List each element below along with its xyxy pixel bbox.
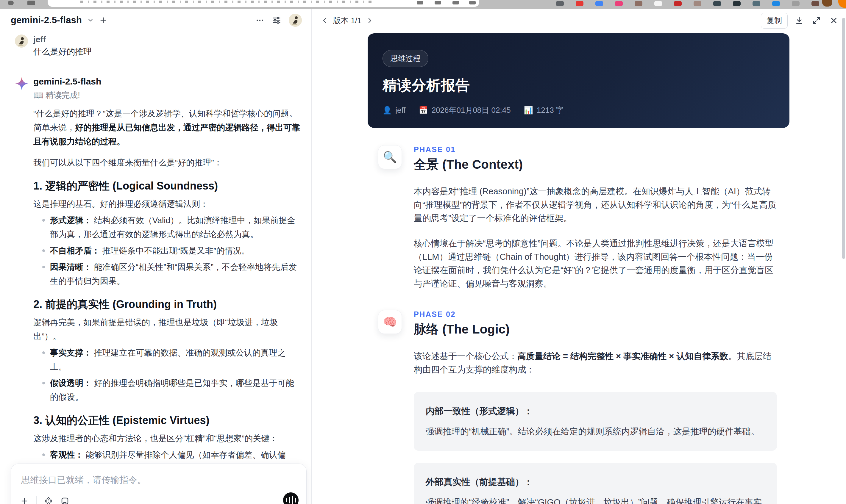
model-selector[interactable]: gemini-2.5-flash bbox=[11, 15, 82, 25]
list-item: 形式逻辑： 结构必须有效（Valid）。比如演绎推理中，如果前提全部为真，那么通… bbox=[33, 213, 301, 241]
section-heading: 1. 逻辑的严密性 (Logical Soundness) bbox=[33, 179, 301, 193]
phase-section: 🔍 PHASE 01 全景 (The Context) 本内容是对“推理 (Re… bbox=[378, 145, 777, 290]
bar-chart-icon: 📊 bbox=[524, 106, 533, 114]
fullscreen-icon[interactable] bbox=[811, 15, 822, 26]
dimension-card: 外部真实性（前提基础）： 强调推理的“经验校准”。解决“GIGO（垃圾进，垃圾出… bbox=[414, 463, 777, 504]
calendar-icon: 📅 bbox=[419, 106, 428, 114]
list-item: 因果清晰： 能准确区分“相关性”和“因果关系”，不会轻率地将先后发生的事情归为因… bbox=[33, 260, 301, 288]
attach-plus-button[interactable] bbox=[20, 497, 29, 504]
extension-icon[interactable] bbox=[693, 1, 701, 6]
book-icon: 📖 bbox=[33, 91, 43, 100]
assistant-name: gemini-2.5-flash bbox=[33, 76, 301, 88]
translate-icon[interactable] bbox=[435, 1, 441, 4]
url-bar[interactable] bbox=[48, 0, 479, 7]
side-panel-icon[interactable] bbox=[469, 1, 476, 4]
section-heading: 2. 前提的真实性 (Grounding in Truth) bbox=[33, 298, 301, 311]
artifact-panel: 版本 1/1 复制 bbox=[312, 9, 846, 504]
extension-icon[interactable] bbox=[733, 1, 741, 6]
input-toolbar bbox=[20, 496, 69, 504]
message-text: 什么是好的推理 bbox=[33, 45, 301, 58]
extension-icon[interactable] bbox=[576, 1, 583, 6]
phase-title: 脉络 (The Logic) bbox=[414, 321, 777, 338]
card-title: 外部真实性（前提基础）： bbox=[426, 475, 765, 488]
reading-mode-icon[interactable] bbox=[417, 1, 423, 4]
chat-panel: gemini-2.5-flash bbox=[0, 9, 312, 504]
close-icon[interactable] bbox=[828, 15, 840, 26]
browser-profile-avatar[interactable] bbox=[822, 0, 832, 6]
extension-icon[interactable] bbox=[811, 1, 819, 6]
extension-icon[interactable] bbox=[674, 1, 682, 6]
phase-title: 全景 (The Context) bbox=[414, 156, 777, 173]
user-message: jeff 什么是好的推理 bbox=[11, 34, 301, 58]
extensions-row bbox=[556, 1, 819, 6]
report-hero-card: 思维过程 精读分析报告 👤 jeff 📅 2026年01月08日 02:45 📊… bbox=[368, 33, 790, 128]
brain-icon: 🧠 bbox=[378, 310, 402, 334]
card-text: 强调推理的“经验校准”。解决“GIGO（垃圾进，垃圾出）”问题，确保推理引擎运行… bbox=[426, 496, 765, 504]
paragraph: 该论述基于一个核心公式：高质量结论 = 结构完整性 × 事实准确性 × 认知自律… bbox=[414, 349, 777, 376]
intro-paragraph: “什么是好的推理？”这是一个涉及逻辑学、认知科学和哲学核心的问题。简单来说，好的… bbox=[33, 107, 301, 148]
message-list[interactable]: jeff 什么是好的推理 gemini-2.5-flash bbox=[0, 32, 311, 504]
download-icon[interactable] bbox=[794, 15, 805, 26]
dimension-card: 内部一致性（形式逻辑）： 强调推理的“机械正确”。结论必须在给定的规则系统内逻辑… bbox=[414, 392, 777, 451]
bullet-list: 形式逻辑： 结构必须有效（Valid）。比如演绎推理中，如果前提全部为真，那么通… bbox=[33, 213, 301, 288]
user-avatar bbox=[15, 35, 28, 48]
next-version-button[interactable] bbox=[366, 17, 373, 24]
section-desc: 这是推理的基石。好的推理必须遵循逻辑法则： bbox=[33, 197, 301, 211]
gemini-logo-icon bbox=[15, 77, 29, 90]
extension-icon[interactable] bbox=[635, 1, 642, 6]
bullet-list: 事实支撑： 推理建立在可靠的数据、准确的观测或公认的真理之上。 假设透明： 好的… bbox=[33, 346, 301, 404]
bookmark-star-icon[interactable] bbox=[453, 1, 459, 4]
assistant-message: gemini-2.5-flash 📖 精读完成! “什么是好的推理？”这是一个涉… bbox=[11, 76, 301, 504]
url-text-cropped bbox=[81, 1, 372, 3]
artifact-toolbar: 版本 1/1 复制 bbox=[312, 9, 846, 32]
extension-icon[interactable] bbox=[713, 1, 721, 6]
phase-section: 🧠 PHASE 02 脉络 (The Logic) 该论述基于一个核心公式：高质… bbox=[378, 310, 777, 504]
list-item: 事实支撑： 推理建立在可靠的数据、准确的观测或公认的真理之上。 bbox=[33, 346, 301, 374]
section-desc: 逻辑再完美，如果前提是错误的，推理也是垃圾（即“垃圾进，垃圾出”）。 bbox=[33, 316, 301, 343]
report-title: 精读分析报告 bbox=[383, 76, 775, 95]
canvas-frame-icon[interactable] bbox=[60, 497, 69, 504]
reload-icon[interactable] bbox=[8, 1, 14, 5]
chat-input-box[interactable]: 思维接口已就绪，请传输指令。 bbox=[11, 464, 306, 504]
phase-label: PHASE 01 bbox=[414, 145, 777, 154]
more-options-icon[interactable] bbox=[255, 16, 264, 25]
browser-corner-icon[interactable] bbox=[838, 0, 846, 8]
apps-grid-icon[interactable] bbox=[28, 1, 35, 5]
extension-icon[interactable] bbox=[772, 1, 780, 6]
browser-bar bbox=[0, 0, 846, 9]
version-label: 版本 1/1 bbox=[333, 16, 362, 26]
screen: gemini-2.5-flash bbox=[0, 0, 846, 504]
report-author: 👤 jeff bbox=[383, 106, 405, 115]
assistant-status: 📖 精读完成! bbox=[33, 89, 301, 101]
card-title: 内部一致性（形式逻辑）： bbox=[426, 404, 765, 418]
input-placeholder: 思维接口已就绪，请传输指令。 bbox=[21, 474, 296, 486]
report-meta: 👤 jeff 📅 2026年01月08日 02:45 📊 1213 字 bbox=[383, 105, 775, 115]
paragraph: 本内容是对“推理 (Reasoning)”这一抽象概念的高层建模。在知识爆炸与人… bbox=[414, 185, 777, 225]
card-text: 强调推理的“机械正确”。结论必须在给定的规则系统内逻辑自洽，这是推理的硬件基础。 bbox=[426, 425, 765, 438]
extension-icon[interactable] bbox=[654, 1, 662, 6]
report-date: 📅 2026年01月08日 02:45 bbox=[419, 105, 511, 115]
settings-sliders-icon[interactable] bbox=[272, 16, 281, 25]
message-author: jeff bbox=[33, 34, 301, 45]
person-icon: 👤 bbox=[383, 106, 392, 114]
section-heading: 3. 认知的公正性 (Epistemic Virtues) bbox=[33, 414, 301, 427]
report-word-count: 📊 1213 字 bbox=[524, 105, 564, 115]
scrollbar-thumb[interactable] bbox=[842, 18, 845, 259]
previous-version-button[interactable] bbox=[321, 17, 328, 24]
extension-icon[interactable] bbox=[595, 1, 603, 6]
copy-button[interactable]: 复制 bbox=[761, 13, 788, 29]
extension-icon[interactable] bbox=[792, 1, 799, 6]
user-avatar[interactable] bbox=[289, 14, 302, 27]
extension-icon[interactable] bbox=[615, 1, 623, 6]
chat-header: gemini-2.5-flash bbox=[0, 9, 311, 32]
section-desc: 这涉及推理者的心态和方法论，也是区分“杠精”和“思想家”的关键： bbox=[33, 431, 301, 445]
report-badge: 思维过程 bbox=[383, 50, 428, 67]
phase-body: 本内容是对“推理 (Reasoning)”这一抽象概念的高层建模。在知识爆炸与人… bbox=[414, 185, 777, 290]
chevron-down-icon[interactable] bbox=[87, 17, 94, 23]
voice-input-button[interactable] bbox=[283, 492, 299, 504]
skills-diamonds-icon[interactable] bbox=[44, 496, 53, 504]
extension-icon[interactable] bbox=[556, 1, 564, 6]
new-chat-button[interactable] bbox=[99, 16, 107, 24]
assistant-body: “什么是好的推理？”这是一个涉及逻辑学、认知科学和哲学核心的问题。简单来说，好的… bbox=[33, 107, 301, 504]
extension-icon[interactable] bbox=[753, 1, 760, 6]
